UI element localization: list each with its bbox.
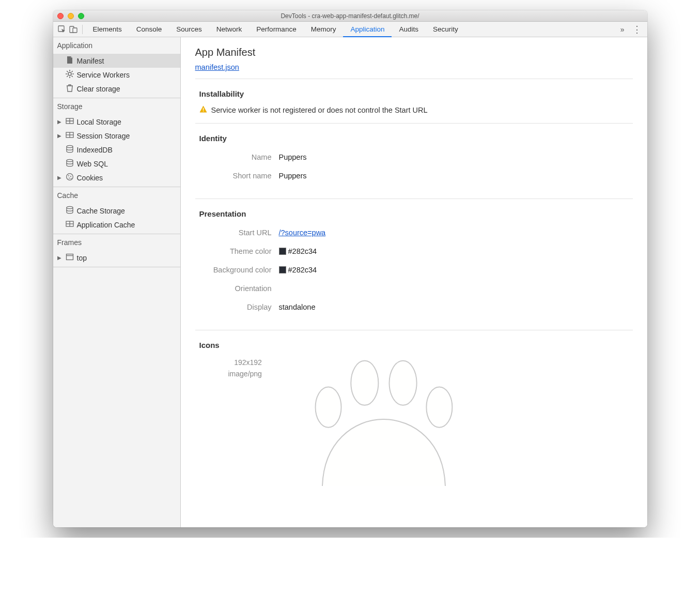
svg-point-3 xyxy=(68,72,71,75)
svg-point-19 xyxy=(67,159,73,161)
themecolor-label: Theme color xyxy=(199,247,272,255)
tab-performance[interactable]: Performance xyxy=(249,22,303,37)
trash-icon xyxy=(66,84,74,94)
table-icon xyxy=(66,117,74,127)
bgcolor-label: Background color xyxy=(199,266,272,274)
warning-text: Service worker is not registered or does… xyxy=(211,106,428,114)
tab-sources[interactable]: Sources xyxy=(169,22,209,37)
sidebar-item-label: Session Storage xyxy=(77,132,130,140)
sidebar-item-label: top xyxy=(77,254,87,262)
expand-arrow-icon: ▶ xyxy=(57,133,63,139)
display-label: Display xyxy=(199,303,272,311)
bgcolor-value: #282c34 xyxy=(279,266,317,274)
svg-point-23 xyxy=(68,177,69,178)
sidebar-group-storage: Storage xyxy=(53,98,180,115)
svg-rect-32 xyxy=(203,111,203,112)
presentation-heading: Presentation xyxy=(199,209,633,218)
tab-application[interactable]: Application xyxy=(343,22,392,37)
sidebar-item-web-sql[interactable]: Web SQL xyxy=(53,157,180,171)
sidebar-item-label: IndexedDB xyxy=(77,146,113,154)
icon-size: 192x192 xyxy=(228,357,262,368)
svg-rect-2 xyxy=(73,28,77,33)
svg-point-18 xyxy=(67,145,73,147)
tab-memory[interactable]: Memory xyxy=(304,22,344,37)
settings-menu-icon[interactable]: ⋮ xyxy=(630,24,644,35)
application-sidebar: ApplicationManifestService WorkersClear … xyxy=(53,37,181,527)
sidebar-item-clear-storage[interactable]: Clear storage xyxy=(53,82,180,96)
devtools-window: DevTools - cra-web-app-manifest-defaut.g… xyxy=(53,10,647,527)
manifest-panel: App Manifest manifest.json Installabilit… xyxy=(181,37,647,527)
svg-point-20 xyxy=(66,174,73,180)
document-icon xyxy=(66,56,74,66)
svg-point-22 xyxy=(70,176,71,177)
device-toggle-icon[interactable] xyxy=(68,24,79,35)
display-value: standalone xyxy=(279,303,316,311)
tab-console[interactable]: Console xyxy=(129,22,169,37)
identity-section: Identity NamePuppers Short namePuppers xyxy=(195,123,633,199)
sidebar-item-label: Cookies xyxy=(77,174,103,182)
page-title: App Manifest xyxy=(195,47,633,58)
titlebar: DevTools - cra-web-app-manifest-defaut.g… xyxy=(53,10,647,22)
sidebar-item-manifest[interactable]: Manifest xyxy=(53,54,180,68)
svg-point-36 xyxy=(426,387,452,428)
themecolor-swatch xyxy=(279,248,286,255)
installability-heading: Installability xyxy=(199,89,633,98)
sidebar-item-session-storage[interactable]: ▶Session Storage xyxy=(53,129,180,143)
sidebar-item-label: Service Workers xyxy=(77,71,130,79)
manifest-file-link[interactable]: manifest.json xyxy=(195,63,239,71)
sidebar-item-local-storage[interactable]: ▶Local Storage xyxy=(53,115,180,129)
svg-rect-31 xyxy=(203,108,203,111)
warning-icon xyxy=(199,105,207,115)
tab-network[interactable]: Network xyxy=(209,22,250,37)
tab-elements[interactable]: Elements xyxy=(86,22,129,37)
sidebar-item-indexeddb[interactable]: IndexedDB xyxy=(53,143,180,157)
presentation-section: Presentation Start URL/?source=pwa Theme… xyxy=(195,199,633,330)
database-icon xyxy=(66,145,74,155)
cookie-icon xyxy=(66,173,74,182)
svg-point-34 xyxy=(351,361,378,405)
svg-line-11 xyxy=(71,71,72,72)
inspect-icon[interactable] xyxy=(56,24,68,35)
shortname-value: Puppers xyxy=(279,172,307,180)
manifest-icon-preview xyxy=(274,357,491,486)
window-icon xyxy=(66,253,74,263)
database-icon xyxy=(66,159,74,169)
table-icon xyxy=(66,220,74,230)
more-tabs-icon[interactable]: » xyxy=(615,25,630,34)
expand-arrow-icon: ▶ xyxy=(57,119,63,125)
svg-point-24 xyxy=(70,178,71,179)
name-value: Puppers xyxy=(279,153,307,161)
sidebar-item-label: Application Cache xyxy=(77,221,135,229)
gear-icon xyxy=(66,70,74,80)
expand-arrow-icon: ▶ xyxy=(57,175,63,180)
tab-security[interactable]: Security xyxy=(426,22,465,37)
sidebar-group-application: Application xyxy=(53,37,180,54)
installability-section: Installability Service worker is not reg… xyxy=(195,79,633,123)
starturl-link[interactable]: /?source=pwa xyxy=(279,229,326,237)
svg-point-35 xyxy=(389,361,416,405)
toolbar-divider xyxy=(82,25,83,34)
identity-heading: Identity xyxy=(199,134,633,143)
sidebar-item-cookies[interactable]: ▶Cookies xyxy=(53,171,180,185)
tab-audits[interactable]: Audits xyxy=(392,22,426,37)
svg-point-21 xyxy=(68,175,69,176)
sidebar-item-service-workers[interactable]: Service Workers xyxy=(53,68,180,82)
svg-rect-29 xyxy=(66,254,73,260)
svg-line-10 xyxy=(67,76,68,77)
sidebar-item-label: Clear storage xyxy=(77,85,120,93)
window-title: DevTools - cra-web-app-manifest-defaut.g… xyxy=(53,12,647,20)
svg-line-8 xyxy=(67,71,68,72)
icon-mime: image/png xyxy=(228,368,262,379)
icons-section: Icons 192x192 image/png xyxy=(195,330,633,494)
expand-arrow-icon: ▶ xyxy=(57,255,63,261)
sidebar-item-label: Web SQL xyxy=(77,160,108,168)
sidebar-item-cache-storage[interactable]: Cache Storage xyxy=(53,204,180,218)
starturl-label: Start URL xyxy=(199,229,272,237)
sidebar-item-label: Manifest xyxy=(77,57,104,65)
sidebar-item-top[interactable]: ▶top xyxy=(53,251,180,265)
orientation-label: Orientation xyxy=(199,284,272,293)
svg-point-25 xyxy=(67,206,73,208)
database-icon xyxy=(66,206,74,216)
sidebar-item-application-cache[interactable]: Application Cache xyxy=(53,218,180,232)
icons-heading: Icons xyxy=(199,341,633,349)
